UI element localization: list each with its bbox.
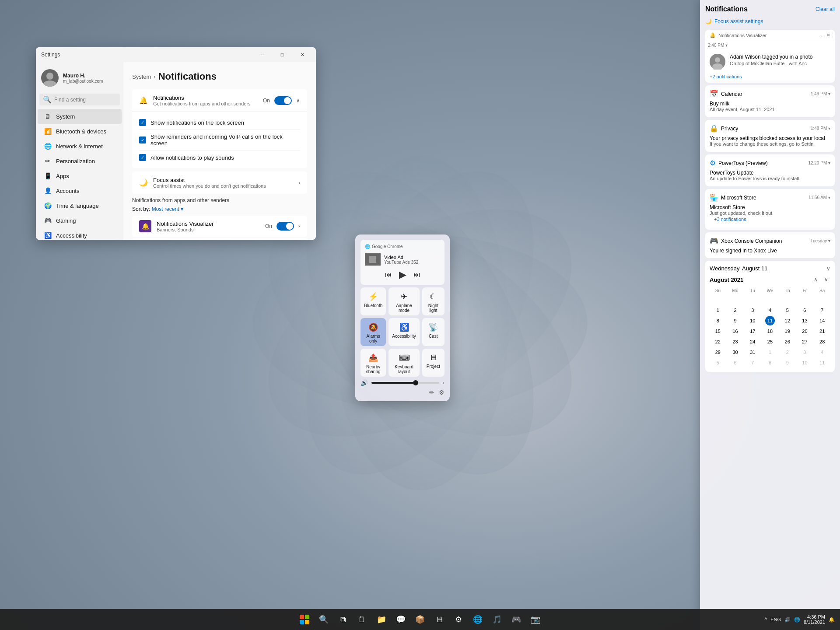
cal-prev-button[interactable]: ∧ [811, 275, 820, 284]
cal-day[interactable]: 6 [731, 358, 740, 368]
cal-day[interactable]: 27 [800, 337, 809, 346]
network-tray-icon[interactable]: 🌐 [794, 617, 800, 623]
qs-bluetooth-button[interactable]: ⚡ Bluetooth [360, 287, 386, 315]
cal-day[interactable]: 26 [783, 337, 792, 346]
media-play-button[interactable]: ▶ [399, 269, 406, 280]
cal-day[interactable]: 28 [817, 337, 827, 346]
qs-alarms-button[interactable]: 🔕 Alarms only [360, 318, 386, 346]
cal-day[interactable]: 4 [817, 347, 827, 357]
cal-day[interactable]: 29 [713, 347, 723, 357]
checkbox-sounds[interactable]: ✓ Allow notifications to play sounds [139, 150, 300, 164]
sidebar-item-network[interactable]: 🌐 Network & internet [38, 139, 122, 154]
volume-tray-icon[interactable]: 🔊 [784, 617, 791, 623]
qs-cast-button[interactable]: 📡 Cast [422, 318, 444, 346]
cal-day-today[interactable]: 11 [765, 316, 775, 326]
cal-day[interactable]: 14 [817, 316, 827, 326]
taskbar-app-1[interactable]: 🗒 [354, 611, 371, 628]
checkbox-voip[interactable]: ✓ Show reminders and incoming VoIP calls… [139, 130, 300, 150]
taskbar-app-5[interactable]: 🖥 [430, 611, 448, 628]
search-bar[interactable]: 🔍 [39, 94, 120, 105]
cal-day[interactable]: 5 [713, 358, 723, 368]
qs-night-light-button[interactable]: ☾ Night light [422, 287, 444, 315]
start-button[interactable] [296, 611, 313, 628]
cal-day[interactable]: 25 [765, 337, 775, 346]
clear-all-button[interactable]: Clear all [816, 6, 835, 12]
minimize-button[interactable]: ─ [252, 47, 272, 62]
cal-day[interactable]: 3 [800, 347, 809, 357]
sidebar-item-personalization[interactable]: ✏ Personalization [38, 154, 122, 168]
maximize-button[interactable]: □ [272, 47, 292, 62]
settings-icon[interactable]: ⚙ [439, 389, 444, 396]
cal-day[interactable]: 23 [731, 337, 740, 346]
cal-day[interactable]: 8 [765, 358, 775, 368]
notif-close-icon[interactable]: ✕ [826, 32, 830, 38]
taskbar-app-7[interactable]: 🌐 [469, 611, 486, 628]
sidebar-item-apps[interactable]: 📱 Apps [38, 168, 122, 183]
notifications-toggle[interactable] [274, 96, 292, 105]
task-view-button[interactable]: ⧉ [334, 611, 352, 628]
cal-day[interactable]: 9 [731, 316, 740, 326]
cal-day[interactable]: 10 [748, 316, 757, 326]
cal-day[interactable]: 4 [765, 305, 775, 315]
tray-expand-icon[interactable]: ^ [765, 616, 767, 623]
taskbar-app-9[interactable]: 🎮 [508, 611, 525, 628]
notif-badge[interactable]: +2 notifications [710, 74, 742, 79]
taskbar-app-8[interactable]: 🎵 [488, 611, 506, 628]
notif-options-icon[interactable]: … [819, 33, 824, 38]
cal-day[interactable]: 6 [800, 305, 809, 315]
sort-button[interactable]: Most recent ▾ [152, 206, 184, 212]
media-prev-button[interactable]: ⏮ [385, 271, 392, 279]
edit-icon[interactable]: ✏ [429, 389, 434, 396]
sidebar-item-accounts[interactable]: 👤 Accounts [38, 183, 122, 198]
focus-assist-row[interactable]: 🌙 Focus assist Control times when you do… [132, 172, 307, 194]
cal-day[interactable]: 15 [713, 326, 723, 336]
media-next-button[interactable]: ⏭ [413, 271, 420, 279]
taskbar-app-10[interactable]: 📷 [527, 611, 544, 628]
sidebar-item-gaming[interactable]: 🎮 Gaming [38, 213, 122, 228]
notifications-header[interactable]: 🔔 Notifications Get notifications from a… [132, 89, 307, 112]
cal-day[interactable]: 16 [731, 326, 740, 336]
cal-day[interactable]: 5 [783, 305, 792, 315]
search-input[interactable] [54, 97, 120, 103]
cal-day[interactable]: 7 [817, 305, 827, 315]
cal-day[interactable]: 7 [748, 358, 757, 368]
sidebar-item-bluetooth[interactable]: 📶 Bluetooth & devices [38, 124, 122, 139]
taskbar-app-2[interactable]: 📁 [373, 611, 390, 628]
cal-day[interactable]: 10 [800, 358, 809, 368]
cal-day[interactable]: 2 [783, 347, 792, 357]
cal-day[interactable]: 17 [748, 326, 757, 336]
app-toggle[interactable] [276, 222, 294, 231]
cal-day[interactable]: 8 [713, 316, 723, 326]
store-badge[interactable]: +3 notifications [714, 217, 746, 222]
volume-control[interactable]: 🔊 › [360, 379, 444, 386]
sidebar-item-time[interactable]: 🌍 Time & language [38, 198, 122, 213]
volume-slider[interactable] [371, 382, 439, 384]
sidebar-item-accessibility[interactable]: ♿ Accessibility [38, 228, 122, 240]
cal-day[interactable]: 3 [748, 305, 757, 315]
cal-day[interactable]: 12 [783, 316, 792, 326]
cal-day[interactable]: 18 [765, 326, 775, 336]
cal-next-button[interactable]: ∨ [822, 275, 830, 284]
cal-day[interactable]: 11 [817, 358, 827, 368]
checkbox-lockscreen[interactable]: ✓ Show notifications on the lock screen [139, 116, 300, 130]
cal-day[interactable]: 13 [800, 316, 809, 326]
qs-nearby-sharing-button[interactable]: 📤 Nearby sharing [360, 349, 386, 377]
cal-day[interactable]: 21 [817, 326, 827, 336]
cal-day[interactable]: 1 [713, 305, 723, 315]
qs-keyboard-button[interactable]: ⌨ Keyboard layout [388, 349, 419, 377]
cal-day[interactable]: 30 [731, 347, 740, 357]
cal-day[interactable]: 2 [731, 305, 740, 315]
calendar-expand-icon[interactable]: ∨ [826, 266, 830, 272]
taskbar-app-4[interactable]: 📦 [411, 611, 429, 628]
cal-day[interactable]: 9 [783, 358, 792, 368]
cal-day[interactable]: 22 [713, 337, 723, 346]
cal-day[interactable]: 24 [748, 337, 757, 346]
qs-accessibility-button[interactable]: ♿ Accessibility [388, 318, 419, 346]
cal-day[interactable]: 19 [783, 326, 792, 336]
app-row-calendar[interactable]: 📅 Calendar Banners, Sounds On › [132, 238, 307, 240]
cal-day[interactable]: 1 [765, 347, 775, 357]
focus-assist-settings-link[interactable]: 🌙 Focus assist settings [705, 18, 835, 24]
cal-day[interactable]: 31 [748, 347, 757, 357]
notification-tray-icon[interactable]: 🔔 [829, 617, 835, 623]
sidebar-item-system[interactable]: 🖥 System [38, 109, 122, 124]
